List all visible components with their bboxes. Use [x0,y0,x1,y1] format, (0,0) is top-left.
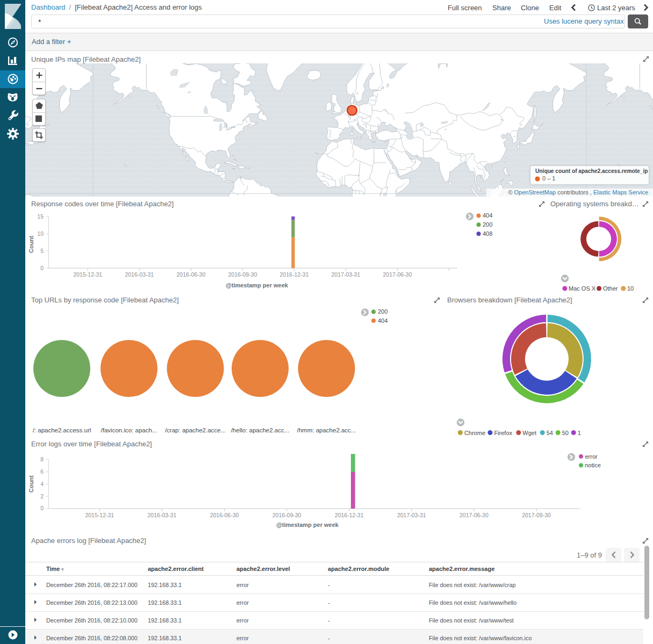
svg-text:10: 10 [627,285,634,292]
svg-text:5: 5 [40,248,44,254]
svg-text:2: 2 [40,493,44,500]
svg-text:15: 15 [37,213,44,220]
svg-text:2016-09-30: 2016-09-30 [272,512,302,518]
svg-text:10: 10 [37,230,44,237]
svg-text:2016-12-31: 2016-12-31 [335,512,364,518]
svg-text:Count: Count [28,236,34,253]
svg-text:1: 1 [578,430,581,436]
svg-text:54: 54 [547,430,553,436]
svg-text:6: 6 [40,468,44,475]
svg-text:2017-06-30: 2017-06-30 [460,512,489,518]
svg-text:2017-03-31: 2017-03-31 [397,512,426,518]
svg-text:notice: notice [585,462,601,468]
svg-text:2016-06-30: 2016-06-30 [177,271,206,278]
svg-text:200: 200 [483,221,492,228]
svg-text:0: 0 [40,505,44,511]
svg-text:Chrome: Chrome [464,430,485,436]
svg-text:2016-03-31: 2016-03-31 [148,512,177,518]
svg-text:error: error [585,453,598,460]
svg-text:2016-03-31: 2016-03-31 [125,271,154,278]
svg-text:Count: Count [28,475,34,493]
svg-text:Other: Other [603,285,618,292]
svg-text:@timestamp per week: @timestamp per week [226,282,289,288]
svg-text:2015-12-31: 2015-12-31 [73,271,102,278]
svg-text:Firefox: Firefox [494,430,512,436]
svg-text:Mac OS X: Mac OS X [569,285,596,292]
svg-text:0: 0 [40,265,44,271]
svg-text:404: 404 [483,212,492,219]
svg-text:2016-09-30: 2016-09-30 [228,271,257,278]
svg-text:8: 8 [40,456,44,462]
svg-text:2015-12-31: 2015-12-31 [85,512,114,518]
svg-text:2017-09-30: 2017-09-30 [522,512,551,518]
svg-text:2016-12-31: 2016-12-31 [280,271,309,278]
svg-text:50: 50 [562,430,569,436]
svg-text:408: 408 [483,230,492,237]
svg-text:Wget: Wget [522,430,536,436]
svg-text:2017-03-31: 2017-03-31 [332,271,361,278]
svg-text:2016-06-30: 2016-06-30 [210,512,239,518]
svg-text:4: 4 [40,481,44,487]
svg-text:@timestamp per week: @timestamp per week [276,522,339,528]
svg-text:2017-06-30: 2017-06-30 [383,271,412,278]
